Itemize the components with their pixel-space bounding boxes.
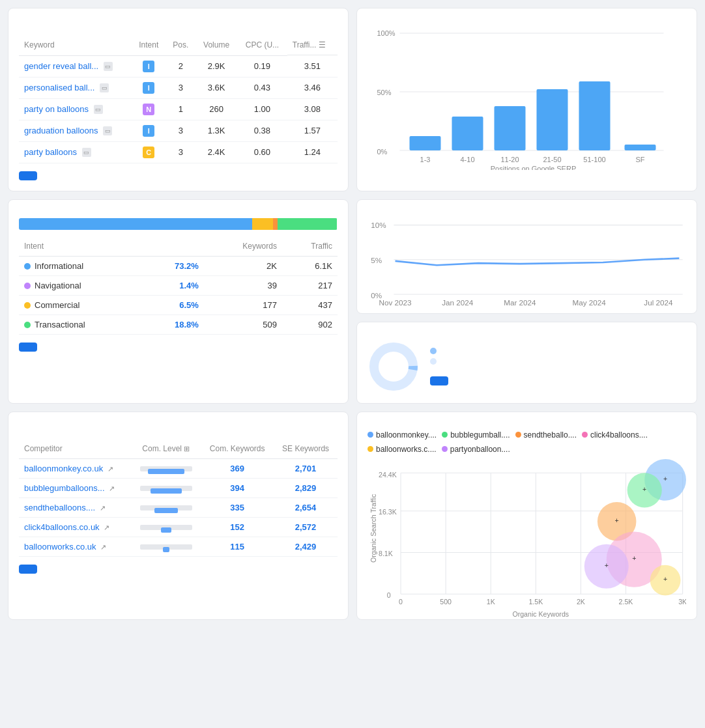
branded-vs-non-card [356, 322, 697, 404]
svg-text:3K: 3K [678, 598, 686, 606]
comp-bar-bg [140, 505, 192, 511]
page-icon: ▭ [82, 148, 91, 157]
comp-view-details-button[interactable] [19, 565, 37, 574]
comp-level-cell [132, 537, 201, 556]
intent-bar-informational [19, 218, 252, 230]
volume-cell: 2.9K [195, 55, 237, 77]
branded-view-details-button[interactable] [430, 376, 448, 385]
legend-dot [515, 432, 521, 438]
svg-text:+: + [632, 554, 636, 562]
intent-cell: I [132, 120, 165, 141]
competitors-card: Competitor Com. Level ⊞ Com. Keywords SE… [8, 412, 349, 620]
list-item: Navigational 1.4% 39 217 [19, 275, 338, 295]
kw-link[interactable]: gender reveal ball... [24, 61, 98, 71]
svg-rect-6 [410, 136, 441, 150]
volume-cell: 3.6K [195, 77, 237, 98]
comp-sekw-cell: 2,829 [274, 478, 338, 497]
legend-label: balloonmonkey.... [376, 430, 437, 440]
svg-text:+: + [615, 516, 619, 524]
list-item: Informational 73.2% 2K 6.1K [19, 256, 338, 275]
svg-rect-8 [495, 106, 526, 150]
intent-badge: C [143, 147, 154, 158]
legend-item: partyonballoon.... [442, 445, 510, 454]
intent-traffic-cell: 217 [282, 275, 338, 295]
legend-item: sendtheballo.... [515, 430, 577, 440]
kw-link[interactable]: personalised ball... [24, 83, 94, 92]
kw-link[interactable]: graduation balloons [24, 126, 98, 135]
traffic-cell: 1.57 [287, 120, 338, 141]
intent-bar-navigational [273, 218, 278, 230]
col-keyword: Keyword [19, 38, 132, 55]
traffic-cell: 3.08 [287, 98, 338, 120]
intent-badge: N [143, 104, 154, 115]
trend-chart-svg: 10% 5% 0% Nov 2023 Jan 2024 Mar 2024 May… [367, 218, 686, 308]
svg-text:24.4K: 24.4K [379, 470, 397, 478]
svg-rect-7 [452, 117, 483, 150]
intent-col-keywords: Keywords [204, 239, 282, 257]
external-link-icon: ↗ [100, 504, 106, 512]
branded-trend-card: 10% 5% 0% Nov 2023 Jan 2024 Mar 2024 May… [356, 199, 697, 314]
external-link-icon: ↗ [104, 524, 109, 531]
intent-table: Intent Keywords Traffic Informational 73… [19, 239, 338, 335]
svg-text:1.5K: 1.5K [528, 598, 543, 606]
intent-traffic-cell: 437 [282, 295, 338, 315]
comp-link[interactable]: click4balloons.co.uk [24, 522, 100, 532]
traffic-cell: 3.46 [287, 77, 338, 98]
comp-bar-fill [148, 469, 184, 474]
kw-cell: gender reveal ball... ▭ [19, 55, 132, 77]
svg-text:11-20: 11-20 [500, 156, 519, 163]
intent-badge: I [143, 61, 154, 72]
kw-link[interactable]: party on balloons [24, 104, 89, 114]
table-row: click4balloons.co.uk ↗ 152 2,572 [19, 517, 338, 537]
intent-dot [24, 283, 31, 289]
svg-text:Nov 2023: Nov 2023 [379, 298, 412, 306]
branded-dot [430, 348, 437, 354]
legend-dot [367, 432, 373, 438]
top-keywords-card: Keyword Intent Pos. Volume CPC (U... Tra… [8, 8, 349, 191]
pos-cell: 3 [166, 141, 196, 163]
intent-badge: I [143, 82, 154, 94]
intent-kw-cell: 39 [204, 275, 282, 295]
comp-col-name: Competitor [19, 441, 132, 459]
svg-text:Jan 2024: Jan 2024 [442, 298, 474, 306]
table-row: bubblegumballoons... ↗ 394 2,829 [19, 478, 338, 497]
comp-bar-fill [151, 488, 182, 494]
kw-link[interactable]: party balloons [24, 147, 77, 157]
comp-link[interactable]: balloonworks.co.uk [24, 542, 96, 552]
cpc-cell: 0.60 [237, 141, 287, 163]
intent-pct: 1.4% [179, 281, 199, 290]
intent-pct: 73.2% [175, 261, 199, 271]
map-svg: Organic Search Traffic 24.4K 16.3K 8.1K … [367, 459, 686, 628]
traffic-cell: 3.51 [287, 55, 338, 77]
svg-text:21-50: 21-50 [543, 156, 561, 163]
col-traffic: Traffi... ☰ [287, 38, 338, 55]
legend-item: click4balloons.... [582, 430, 648, 440]
svg-text:16.3K: 16.3K [379, 508, 397, 516]
donut-chart [367, 341, 420, 393]
comp-link[interactable]: bubblegumballoons... [24, 483, 105, 493]
svg-text:2.5K: 2.5K [619, 598, 633, 606]
intent-bar [19, 218, 338, 230]
svg-text:0%: 0% [377, 148, 388, 156]
legend-label: balloonworks.c.... [376, 445, 437, 454]
svg-text:SF: SF [635, 156, 644, 163]
svg-text:+: + [663, 475, 667, 483]
intent-badge: I [143, 125, 154, 137]
legend-item: bubblegumball.... [442, 430, 510, 440]
intent-col-traffic: Traffic [282, 239, 338, 257]
legend-dot [442, 446, 448, 452]
cpc-cell: 0.19 [237, 55, 287, 77]
keywords-view-details-button[interactable] [19, 171, 37, 180]
col-pos: Pos. [166, 38, 196, 55]
comp-link[interactable]: balloonmonkey.co.uk [24, 464, 103, 473]
intent-col-pct [143, 239, 203, 257]
comp-link[interactable]: sendtheballoons.... [24, 503, 95, 512]
intent-view-details-button[interactable] [19, 343, 37, 352]
branded-legend [430, 348, 451, 385]
branded-section [367, 341, 686, 393]
list-item: Transactional 18.8% 509 902 [19, 315, 338, 334]
kw-cell: graduation balloons ▭ [19, 120, 132, 141]
svg-text:Positions on Google SERP: Positions on Google SERP [491, 165, 576, 170]
branded-row [430, 348, 451, 354]
competitors-title [19, 423, 338, 434]
